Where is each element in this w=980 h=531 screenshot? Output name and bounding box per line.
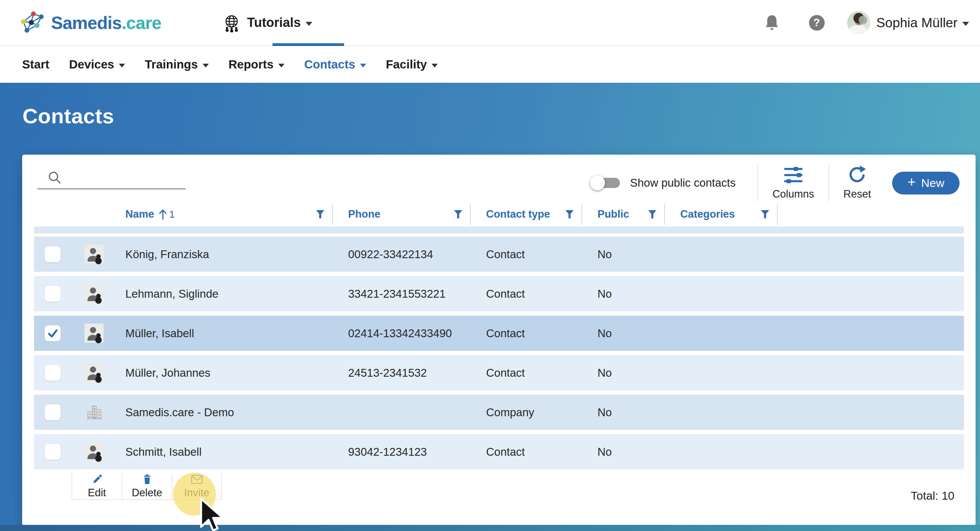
pencil-icon: [89, 474, 105, 485]
table-row[interactable]: Schmitt, Isabell 93042-1234123 Contact N…: [34, 434, 964, 469]
topbar-right: ? Sophia Müller: [764, 11, 969, 34]
column-header-categories[interactable]: Categories: [665, 203, 778, 225]
nav-item-facility[interactable]: Facility: [386, 57, 438, 71]
column-header-contact-type[interactable]: Contact type: [471, 203, 582, 225]
cell-phone: 33421-2341553221: [333, 288, 471, 300]
table-row[interactable]: Lehmann, Siglinde 33421-2341553221 Conta…: [34, 276, 964, 311]
chevron-down-icon: [305, 22, 312, 26]
columns-button[interactable]: Columns: [758, 165, 829, 200]
new-contact-button[interactable]: + New: [892, 172, 959, 194]
cell-contact-type: Company: [471, 406, 582, 419]
filter-contact-type-icon[interactable]: [565, 209, 575, 219]
page-title: Contacts: [22, 104, 114, 128]
columns-label: Columns: [773, 188, 814, 200]
delete-label: Delete: [132, 487, 162, 499]
nav-label: Facility: [386, 57, 427, 71]
column-header-public[interactable]: Public: [582, 203, 665, 225]
row-checkbox[interactable]: [45, 444, 60, 460]
search-field[interactable]: [37, 167, 186, 189]
nav-label: Contacts: [304, 57, 355, 71]
cell-phone: 00922-33422134: [333, 248, 471, 261]
header-avatar-spacer: [78, 203, 123, 225]
notifications-button[interactable]: [764, 14, 780, 32]
top-bar: Samedis.care Tutorials: [0, 0, 980, 46]
cell-contact-type: Contact: [471, 248, 582, 261]
filter-public-icon[interactable]: [647, 209, 657, 219]
main-nav: Start Devices Trainings Reports Contacts…: [0, 46, 980, 83]
chevron-down-icon: [203, 64, 209, 67]
filter-phone-icon[interactable]: [453, 209, 463, 219]
search-icon: [47, 170, 63, 186]
cell-phone: 93042-1234123: [333, 445, 471, 458]
table-row[interactable]: König, Franziska 00922-33422134 Contact …: [34, 237, 964, 272]
row-checkbox[interactable]: [45, 404, 60, 420]
delete-button[interactable]: Delete: [122, 474, 172, 499]
chevron-down-icon: [278, 64, 285, 67]
header-checkbox-spacer: [34, 203, 78, 225]
row-checkbox-checked[interactable]: [45, 325, 60, 341]
samedis-logo-icon: [21, 10, 46, 35]
reset-label: Reset: [843, 188, 871, 200]
column-header-name[interactable]: Name 1: [123, 203, 333, 225]
column-header-phone[interactable]: Phone: [333, 203, 471, 225]
table-row[interactable]: Müller, Johannes 24513-2341532 Contact N…: [34, 355, 964, 390]
filter-name-icon[interactable]: [315, 209, 325, 219]
cell-name: Müller, Johannes: [123, 366, 333, 380]
trash-icon: [140, 474, 155, 485]
cell-public: No: [582, 445, 665, 458]
selection-actions-bar: Edit Delete Invite: [72, 474, 222, 500]
person-avatar-icon: [84, 245, 123, 264]
nav-item-trainings[interactable]: Trainings: [145, 57, 209, 71]
chevron-down-icon: [360, 64, 366, 67]
new-label: New: [921, 176, 944, 190]
user-avatar[interactable]: [847, 11, 870, 34]
edit-button[interactable]: Edit: [72, 474, 122, 499]
row-checkbox[interactable]: [45, 286, 60, 302]
header-label: Phone: [348, 208, 380, 220]
table-row-selected[interactable]: Müller, Isabell 02414-13342433490 Contac…: [34, 316, 964, 351]
nav-item-devices[interactable]: Devices: [69, 57, 125, 71]
search-input[interactable]: [70, 171, 180, 184]
table-row[interactable]: Samedis.care - Demo Company No: [34, 395, 964, 430]
brand-logo[interactable]: Samedis.care: [21, 10, 161, 35]
header-label: Public: [597, 208, 629, 220]
invite-button[interactable]: Invite: [172, 474, 222, 499]
row-checkbox[interactable]: [45, 365, 60, 381]
row-checkbox[interactable]: [45, 246, 60, 262]
header-label: Name: [125, 208, 154, 220]
toggle-knob: [590, 175, 605, 191]
cell-name: Schmitt, Isabell: [123, 445, 333, 458]
tutorials-menu[interactable]: Tutorials: [223, 13, 312, 32]
cell-name: Samedis.care - Demo: [123, 406, 333, 419]
user-menu-caret-icon[interactable]: [962, 22, 969, 26]
sort-up-arrow-icon: [158, 208, 168, 220]
cell-contact-type: Contact: [471, 327, 582, 340]
nav-label: Reports: [229, 57, 274, 71]
help-icon: ?: [809, 15, 825, 31]
nav-item-contacts[interactable]: Contacts: [304, 57, 366, 71]
cell-name: König, Franziska: [123, 248, 333, 261]
filter-categories-icon[interactable]: [760, 209, 770, 219]
globe-people-icon: [223, 13, 241, 32]
help-button[interactable]: ?: [809, 15, 825, 31]
reset-button[interactable]: Reset: [829, 165, 885, 200]
person-avatar-icon: [84, 363, 123, 383]
cell-phone: 24513-2341532: [333, 366, 471, 380]
bottom-gradient-band: [0, 525, 980, 531]
nav-item-start[interactable]: Start: [22, 57, 49, 71]
bell-icon: [764, 14, 780, 32]
contacts-card: Show public contacts Columns: [22, 155, 975, 526]
nav-label: Trainings: [145, 57, 198, 71]
cell-name: Lehmann, Siglinde: [123, 288, 333, 300]
partially-scrolled-row: [34, 226, 964, 233]
checkmark-icon: [48, 329, 58, 338]
cell-public: No: [582, 366, 665, 380]
sort-indicator: 1: [158, 208, 175, 220]
plus-icon: +: [907, 175, 916, 189]
person-avatar-icon: [84, 442, 123, 462]
total-count: Total: 10: [910, 489, 955, 502]
nav-item-reports[interactable]: Reports: [229, 57, 285, 71]
cell-public: No: [582, 327, 665, 340]
show-public-contacts-toggle[interactable]: [590, 175, 623, 191]
user-name: Sophia Müller: [877, 15, 958, 30]
